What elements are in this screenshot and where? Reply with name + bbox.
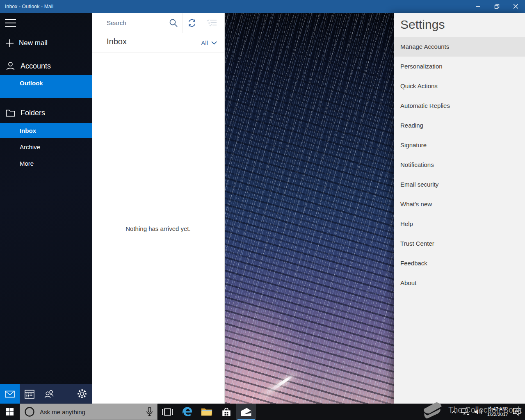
new-mail-button[interactable]: New mail	[0, 36, 92, 50]
task-view-button[interactable]	[158, 404, 177, 420]
reading-pane-background	[225, 13, 394, 404]
minimize-icon	[476, 4, 480, 9]
accounts-header-label: Accounts	[21, 62, 51, 71]
filter-all-dropdown[interactable]: All	[201, 39, 217, 46]
account-label: Outlook	[20, 80, 43, 87]
plus-icon	[6, 39, 14, 47]
message-list-pane: Search Inbox All	[92, 13, 225, 404]
store-taskbar-icon[interactable]	[217, 404, 236, 420]
folder-label: Archive	[20, 144, 40, 151]
settings-item[interactable]: Quick Actions	[394, 76, 525, 96]
person-icon	[6, 62, 15, 71]
window-title: Inbox - Outlook - Mail	[0, 4, 53, 9]
clock-date: 1/22/2017	[487, 412, 508, 418]
filter-icon[interactable]	[207, 18, 217, 27]
start-button[interactable]	[0, 404, 20, 420]
action-center-icon[interactable]	[513, 408, 521, 416]
settings-item[interactable]: Automatic Replies	[394, 96, 525, 116]
settings-item[interactable]: Manage Accounts	[394, 37, 525, 57]
restore-button[interactable]	[487, 0, 506, 13]
empty-state-message: Nothing has arrived yet.	[92, 225, 224, 232]
search-icon[interactable]	[169, 18, 178, 27]
settings-panel: Settings Manage Accounts Personalization…	[394, 13, 525, 404]
accounts-header[interactable]: Accounts	[0, 59, 92, 73]
mail-taskbar-icon[interactable]	[236, 404, 256, 420]
hamburger-menu-button[interactable]	[5, 19, 16, 28]
settings-item[interactable]: Trust Center	[394, 234, 525, 253]
folder-item-inbox[interactable]: Inbox	[0, 123, 92, 138]
window-controls	[468, 0, 525, 13]
cortana-icon	[24, 406, 35, 417]
store-icon	[221, 406, 232, 418]
mail-app-icon	[240, 407, 252, 417]
sidebar-bottom-nav	[0, 384, 92, 404]
folder-item-more[interactable]: More	[0, 156, 92, 171]
hidden-icons-chevron-up-icon[interactable]	[451, 410, 457, 414]
settings-item-label: Notifications	[400, 161, 434, 168]
folders-header-label: Folders	[21, 109, 45, 117]
mail-nav-button[interactable]	[0, 384, 20, 404]
speaker-icon[interactable]	[474, 408, 483, 415]
settings-nav-button[interactable]	[72, 384, 92, 404]
hamburger-icon	[5, 19, 16, 27]
settings-item[interactable]: Email security	[394, 175, 525, 194]
settings-item-label: Feedback	[400, 260, 427, 267]
settings-item[interactable]: Feedback	[394, 253, 525, 273]
settings-item[interactable]: Help	[394, 214, 525, 234]
network-icon[interactable]	[461, 408, 470, 415]
task-view-icon	[162, 408, 173, 416]
folder-item-archive[interactable]: Archive	[0, 139, 92, 154]
settings-item-label: Manage Accounts	[400, 43, 449, 50]
settings-item-label: Personalization	[400, 63, 443, 70]
restore-icon	[494, 4, 500, 9]
search-input[interactable]: Search	[107, 19, 126, 26]
file-explorer-taskbar-icon[interactable]	[197, 404, 217, 420]
calendar-icon	[25, 389, 34, 399]
settings-item-label: What's new	[400, 201, 432, 208]
people-icon	[44, 390, 54, 398]
settings-item[interactable]: What's new	[394, 194, 525, 214]
microphone-icon[interactable]	[146, 407, 153, 417]
taskbar-search-box[interactable]: Ask me anything	[20, 404, 158, 420]
folders-header[interactable]: Folders	[0, 105, 92, 120]
new-mail-label: New mail	[19, 39, 48, 47]
settings-item[interactable]: Reading	[394, 116, 525, 135]
sidebar: New mail Accounts Outlook Folders Inbox	[0, 13, 92, 404]
settings-item-label: Email security	[400, 181, 438, 188]
mail-icon	[5, 390, 15, 398]
screen: Inbox - Outlook - Mail New mail	[0, 0, 525, 420]
windows-logo-icon	[6, 408, 14, 415]
taskbar-clock[interactable]: 9:47 AM 1/22/2017	[487, 406, 508, 418]
filter-all-label: All	[201, 39, 208, 46]
account-item-outlook[interactable]: Outlook	[0, 75, 92, 98]
taskbar: Ask me anything	[0, 404, 525, 420]
settings-item[interactable]: Personalization	[394, 57, 525, 76]
list-header: Inbox All	[92, 33, 224, 52]
search-row: Search	[92, 13, 224, 33]
settings-item-label: Help	[400, 220, 413, 227]
mail-app: New mail Accounts Outlook Folders Inbox	[0, 13, 525, 404]
minimize-button[interactable]	[468, 0, 487, 13]
divider	[182, 13, 183, 33]
system-tray: 9:47 AM 1/22/2017	[451, 404, 525, 420]
taskbar-search-placeholder: Ask me anything	[40, 409, 85, 415]
settings-item-label: Quick Actions	[400, 82, 438, 89]
close-icon	[514, 4, 518, 9]
edge-taskbar-icon[interactable]	[177, 404, 197, 420]
settings-item-label: About	[400, 279, 416, 286]
settings-item-label: Reading	[400, 122, 423, 129]
settings-item-label: Automatic Replies	[400, 102, 450, 109]
calendar-nav-button[interactable]	[20, 384, 39, 404]
sync-icon[interactable]	[187, 18, 197, 28]
folder-label: More	[20, 160, 34, 167]
close-button[interactable]	[506, 0, 525, 13]
settings-item[interactable]: Signature	[394, 135, 525, 155]
folder-label: Inbox	[20, 127, 36, 134]
titlebar: Inbox - Outlook - Mail	[0, 0, 525, 13]
edge-icon	[181, 406, 193, 418]
settings-item-label: Signature	[400, 142, 427, 148]
settings-item[interactable]: About	[394, 273, 525, 293]
clock-time: 9:47 AM	[487, 406, 508, 412]
settings-item[interactable]: Notifications	[394, 155, 525, 175]
people-nav-button[interactable]	[39, 384, 59, 404]
